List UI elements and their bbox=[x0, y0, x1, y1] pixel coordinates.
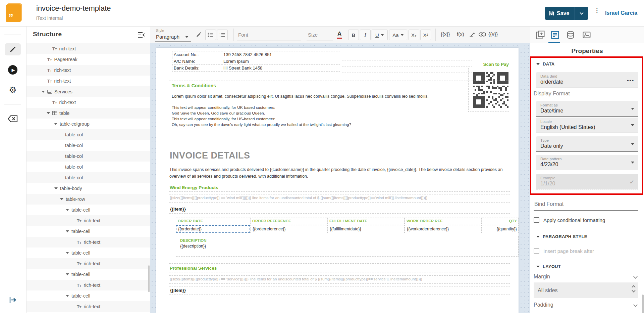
italic-button[interactable]: I bbox=[360, 30, 371, 40]
settings-button[interactable]: ⚙ bbox=[5, 84, 21, 96]
expand-arrow-icon[interactable] bbox=[66, 230, 69, 232]
conditional-formatting-checkbox-row[interactable]: Apply conditional formatting bbox=[534, 217, 605, 223]
tree-item-table-cell[interactable]: table-cell bbox=[26, 269, 150, 280]
doc-table-cell[interactable]: {{workorderreference}} bbox=[405, 225, 482, 233]
doc-table-header[interactable]: QTY bbox=[482, 218, 519, 224]
tree-item-table-cell[interactable]: table-cell bbox=[26, 248, 150, 258]
padding-row[interactable]: Padding bbox=[534, 302, 638, 308]
tree-item-table-colgroup[interactable]: table-colgroup bbox=[26, 119, 150, 129]
expand-arrow-icon[interactable] bbox=[66, 295, 69, 297]
tree-item-rich-text[interactable]: TTrich-text bbox=[26, 215, 150, 226]
section-data[interactable]: DATA bbox=[536, 61, 554, 66]
expand-arrow-icon[interactable] bbox=[60, 198, 63, 200]
section-paragraph-style[interactable]: PARAGRAPH STYLE bbox=[536, 234, 587, 239]
doc-table-cell-row[interactable]: {{orderdate}}{{orderreference}}{{fulfill… bbox=[176, 224, 519, 233]
checkbox-icon[interactable] bbox=[534, 217, 539, 223]
tree-item-table-row[interactable]: table-row bbox=[26, 194, 150, 205]
tree-item-table-col[interactable]: table-col bbox=[26, 172, 150, 183]
font-color-button[interactable]: A bbox=[337, 31, 342, 39]
service-section-heading-block[interactable]: Professional Services bbox=[169, 263, 510, 272]
tree-item-table-cell[interactable]: table-cell bbox=[26, 290, 150, 301]
doc-table-header[interactable]: ORDER DATE bbox=[176, 218, 250, 224]
bind-format-input[interactable]: Bind Format bbox=[534, 198, 638, 211]
tree-item-rich-text[interactable]: TTrich-text bbox=[26, 258, 150, 269]
bullet-list-button[interactable] bbox=[205, 30, 216, 40]
tree-item-rich-text[interactable]: TTrich-text bbox=[26, 301, 150, 312]
insert-function-button[interactable]: f(x) bbox=[457, 31, 464, 37]
doc-table-header-row[interactable]: ORDER DATEORDER REFERENCEFULFILLMENT DAT… bbox=[176, 218, 519, 224]
link-icon[interactable] bbox=[479, 32, 486, 37]
data-bind-field[interactable]: Data Bind orderdate ••• bbox=[536, 72, 638, 88]
service-item-token[interactable]: {{item}} bbox=[169, 286, 510, 295]
collapse-exit-button[interactable] bbox=[5, 294, 21, 306]
bold-button[interactable]: B bbox=[348, 30, 359, 40]
tab-images[interactable] bbox=[582, 31, 591, 39]
dropdown-icon[interactable] bbox=[631, 143, 634, 145]
expand-arrow-icon[interactable] bbox=[42, 91, 45, 93]
doc-table-cell-selected[interactable]: {{orderdate}} bbox=[176, 225, 250, 233]
tree-item-table-cell[interactable]: table-cell bbox=[26, 205, 150, 215]
tree-item-rich-text[interactable]: TTrich-text bbox=[26, 76, 150, 86]
tab-insert-component[interactable] bbox=[536, 31, 545, 39]
subscript-button[interactable]: X₂ bbox=[409, 30, 419, 40]
service-section-formula[interactable]: {{size({{items[[{{producttype}} == 'serv… bbox=[169, 275, 510, 284]
dropdown-icon[interactable] bbox=[631, 162, 634, 164]
style-dropdown-icon[interactable] bbox=[185, 36, 189, 38]
tree-item-table[interactable]: table bbox=[26, 108, 150, 119]
tree-item-Services[interactable]: Services bbox=[26, 86, 150, 97]
tree-item-table-body[interactable]: table-body bbox=[26, 183, 150, 194]
invoice-details-heading-block[interactable]: INVOICE DETAILS bbox=[169, 148, 510, 163]
edit-style-pencil-icon[interactable] bbox=[196, 32, 202, 38]
doc-table-cell[interactable]: {{orderreference}} bbox=[250, 225, 327, 233]
field-locale[interactable]: LocaleEnglish (United States) bbox=[536, 118, 638, 133]
stepper-icons[interactable] bbox=[632, 286, 635, 292]
tree-item-table-cell[interactable]: table-cell bbox=[26, 226, 150, 237]
field-format-as[interactable]: Format asDate/time bbox=[536, 101, 638, 117]
margin-all-sides-field[interactable]: All sides bbox=[534, 282, 638, 298]
preview-run-button[interactable]: ▶ bbox=[5, 64, 21, 76]
description-block[interactable]: DESCRIPTION {{description}} bbox=[176, 236, 519, 257]
empty-cells[interactable] bbox=[342, 60, 472, 73]
user-menu[interactable]: Israel Garcia bbox=[605, 10, 637, 16]
style-select[interactable]: Paragraph bbox=[156, 34, 179, 40]
tab-data[interactable] bbox=[566, 31, 575, 39]
clear-delete-button[interactable] bbox=[5, 113, 21, 125]
field-date-pattern[interactable]: Date pattern4/23/20 bbox=[536, 155, 638, 170]
save-button[interactable]: Save bbox=[545, 7, 575, 20]
tree-item-PageBreak[interactable]: TTPageBreak bbox=[26, 54, 150, 65]
insert-loop-button[interactable]: {{#}} bbox=[488, 31, 498, 37]
field-example[interactable]: Example1/1/20✓ bbox=[536, 174, 638, 189]
overflow-menu-button[interactable]: ⋮ bbox=[594, 9, 599, 12]
expand-arrow-icon[interactable] bbox=[47, 112, 50, 114]
wind-section-formula[interactable]: {{size({{items[[{{producttype}} == 'wind… bbox=[169, 194, 510, 203]
doc-table-header[interactable]: ORDER REFERENCE bbox=[250, 218, 327, 224]
save-dropdown-button[interactable] bbox=[575, 7, 588, 20]
condition-branch-icon[interactable] bbox=[470, 32, 476, 37]
doc-table-cell[interactable]: {{fulfillmentdate}} bbox=[327, 225, 405, 233]
data-bind-menu-icon[interactable]: ••• bbox=[627, 78, 634, 83]
case-button[interactable]: Aa bbox=[389, 30, 407, 40]
panel-scrollbar[interactable] bbox=[642, 295, 644, 313]
field-type[interactable]: TypeDate only bbox=[536, 136, 638, 152]
expand-arrow-icon[interactable] bbox=[66, 252, 69, 254]
expand-arrow-icon[interactable] bbox=[54, 123, 57, 125]
tree-item-table-col[interactable]: table-col bbox=[26, 151, 150, 162]
doc-table[interactable]: ORDER DATEORDER REFERENCEFULFILLMENT DAT… bbox=[176, 218, 519, 233]
dropdown-icon[interactable] bbox=[631, 124, 634, 126]
expand-arrow-icon[interactable] bbox=[66, 273, 69, 275]
tree-item-table-col[interactable]: table-col bbox=[26, 162, 150, 172]
insert-variable-button[interactable]: {{x}} bbox=[441, 31, 450, 37]
tab-properties[interactable] bbox=[551, 31, 559, 39]
invoice-details-paragraph[interactable]: This invoice spans services and products… bbox=[169, 167, 509, 180]
doc-table-header[interactable]: FULFILLMENT DATE bbox=[327, 218, 405, 224]
design-canvas[interactable]: Account No.:139 2458 7842 4526 851A/C Na… bbox=[150, 43, 530, 313]
expand-arrow-icon[interactable] bbox=[66, 209, 69, 211]
numbered-list-button[interactable]: 12 bbox=[217, 30, 228, 40]
collapse-panel-icon[interactable] bbox=[137, 32, 145, 38]
terms-block[interactable]: Terms & Conditions Lorem ipsum dolor sit… bbox=[169, 81, 510, 136]
expand-arrow-icon[interactable] bbox=[54, 187, 58, 189]
tree-item-rich-text[interactable]: TTrich-text bbox=[26, 97, 150, 108]
tree-item-rich-text[interactable]: TTrich-text bbox=[26, 237, 150, 248]
save-split-button[interactable]: Save bbox=[545, 7, 588, 20]
structure-scrollbar[interactable] bbox=[148, 265, 150, 292]
